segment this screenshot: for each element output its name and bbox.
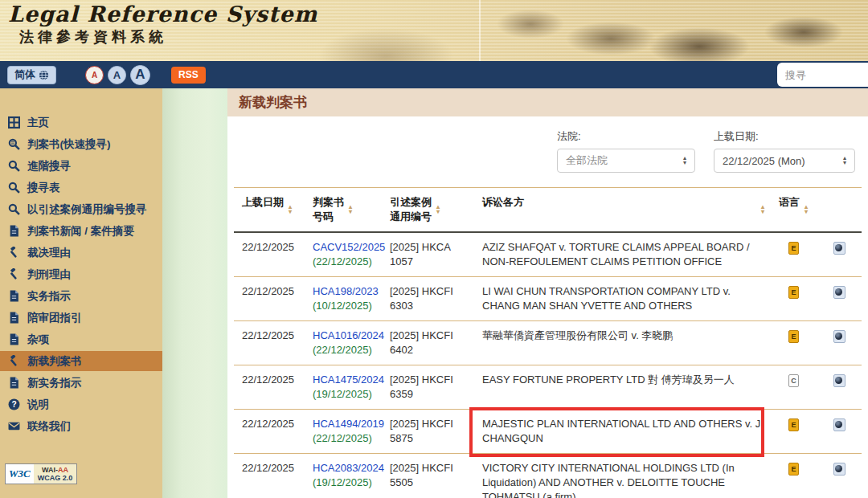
sidebar-item[interactable]: 联络我们: [0, 416, 162, 436]
case-number-link[interactable]: HCA2083/2024: [313, 461, 375, 476]
case-number-cell: HCA2083/2024(19/12/2025): [305, 454, 382, 498]
select-arrows-icon: ▴▾: [683, 156, 686, 165]
document-icon: [8, 225, 20, 237]
sidebar-item[interactable]: 搜寻表: [0, 178, 162, 198]
translation-globe-icon[interactable]: [833, 330, 845, 343]
sidebar-item[interactable]: 判案书新闻 / 案件摘要: [0, 221, 162, 241]
sidebar-item[interactable]: 新实务指示: [0, 373, 162, 393]
header-language: 语言 ▴▾: [771, 188, 815, 231]
parties-cell: 華融華僑資產管理股份有限公司 v. 李晓鹏: [474, 321, 771, 365]
parties-cell: EASY FORTUNE PROPERTY LTD 對 傅芳瑋及另一人: [474, 365, 771, 409]
gavel-icon: [8, 355, 20, 367]
case-number-link[interactable]: CACV152/2025: [313, 240, 375, 255]
sort-icon[interactable]: ▴▾: [761, 205, 764, 214]
table-body: 22/12/2025CACV152/2025(22/12/2025)[2025]…: [234, 233, 862, 498]
language-cell: E: [771, 233, 815, 276]
header-case-number: 判案书号码 ▴▾: [305, 188, 382, 231]
language-cell: E: [771, 277, 815, 320]
language-chinese-icon[interactable]: C: [788, 374, 799, 387]
search-box: [777, 63, 868, 87]
language-toggle-label: 简体: [14, 67, 35, 82]
sidebar-item[interactable]: 主页: [0, 112, 162, 133]
sidebar-item-label: 搜寻表: [27, 181, 60, 194]
wcag-labels: WAI-AA WCAG 2.0: [34, 464, 77, 484]
font-size-small-button[interactable]: A: [85, 66, 104, 84]
language-toggle-button[interactable]: 简体: [7, 66, 56, 84]
sidebar-menu: 主页判案书(快速搜寻)進階搜寻搜寻表以引述案例通用编号搜寻判案书新闻 / 案件摘…: [0, 112, 162, 436]
table-row: 22/12/2025HCA198/2023(10/12/2025)[2025] …: [234, 277, 862, 321]
translation-cell: [815, 365, 862, 409]
sort-icon[interactable]: ▴▾: [805, 205, 808, 214]
table-row: 22/12/2025HCA2083/2024(19/12/2025)[2025]…: [234, 454, 862, 498]
translation-globe-icon[interactable]: [833, 242, 845, 255]
upload-date-filter-label: 上载日期:: [714, 129, 855, 144]
upload-date-cell: 22/12/2025: [234, 410, 305, 453]
parties-cell: VICTORY CITY INTERNATIONAL HOLDINGS LTD …: [474, 454, 771, 498]
search-icon: [8, 160, 20, 172]
case-number-link[interactable]: HCA1494/2019: [313, 417, 375, 431]
w3c-logo: W3C: [6, 464, 34, 484]
language-english-icon[interactable]: E: [788, 242, 799, 255]
upload-date-select-value: 22/12/2025 (Mon): [723, 155, 805, 167]
translation-globe-icon[interactable]: [833, 374, 845, 387]
translation-cell: [815, 454, 862, 498]
case-number-link[interactable]: HCA198/2023: [313, 284, 375, 299]
translation-cell: [815, 321, 862, 365]
sidebar-item[interactable]: ?说明: [0, 394, 162, 414]
sidebar-item-label: 新实务指示: [27, 376, 82, 390]
mail-icon: [8, 420, 20, 432]
sort-icon[interactable]: ▴▾: [349, 205, 352, 214]
case-number-link[interactable]: HCA1475/2024: [313, 373, 375, 387]
sidebar-item-label: 陪审团指引: [27, 311, 82, 325]
table-row: 22/12/2025HCA1475/2024(19/12/2025)[2025]…: [234, 365, 862, 410]
select-arrows-icon: ▴▾: [843, 156, 846, 165]
font-size-large-button[interactable]: A: [130, 65, 150, 85]
language-english-icon[interactable]: E: [788, 418, 799, 431]
search-input[interactable]: [777, 69, 868, 81]
header-banner: Legal Reference System 法律參考資料系統: [0, 0, 868, 61]
sidebar-item[interactable]: 以引述案例通用编号搜寻: [0, 199, 162, 219]
language-cell: E: [771, 454, 815, 498]
parties-cell: AZIZ SHAFQAT v. TORTURE CLAIMS APPEAL BO…: [474, 233, 771, 276]
sidebar-item-label: 联络我们: [27, 419, 71, 433]
case-number-cell: HCA1016/2024(22/12/2025): [305, 321, 382, 365]
citation-cell: [2025] HKCFI 5875: [382, 410, 474, 453]
translation-globe-icon[interactable]: [833, 418, 845, 431]
sidebar-item[interactable]: 陪审团指引: [0, 308, 162, 328]
judgment-date: (22/12/2025): [313, 343, 375, 357]
upload-date-select[interactable]: 22/12/2025 (Mon) ▴▾: [714, 149, 855, 173]
translation-cell: [815, 277, 862, 320]
translation-globe-icon[interactable]: [833, 286, 845, 299]
rss-button[interactable]: RSS: [171, 67, 206, 84]
sidebar-item-label: 裁决理由: [27, 246, 71, 259]
judgment-date: (19/12/2025): [313, 387, 375, 402]
wcag-version-label: WCAG 2.0: [38, 474, 73, 482]
translation-globe-icon[interactable]: [833, 463, 845, 476]
sidebar-item-label: 判案书(快速搜寻): [27, 137, 111, 151]
font-size-medium-button[interactable]: A: [108, 66, 126, 84]
header-citation: 引述案例通用编号 ▴▾: [382, 188, 474, 231]
sidebar-item[interactable]: 進階搜寻: [0, 156, 162, 176]
sidebar-item[interactable]: 实务指示: [0, 286, 162, 306]
sidebar-item-label: 進階搜寻: [27, 159, 71, 173]
sidebar-item[interactable]: 判案书(快速搜寻): [0, 134, 162, 154]
language-english-icon[interactable]: E: [788, 330, 799, 343]
globe-icon: [39, 70, 49, 80]
wcag-compliance-badge[interactable]: W3C WAI-AA WCAG 2.0: [5, 463, 77, 484]
site-logo: Legal Reference System 法律參考資料系統: [8, 2, 317, 47]
logo-title-english: Legal Reference System: [8, 2, 317, 27]
sort-icon[interactable]: ▴▾: [436, 205, 440, 214]
sidebar-item[interactable]: 裁决理由: [0, 243, 162, 263]
wai-aa-label: WAI-AA: [38, 466, 73, 474]
language-english-icon[interactable]: E: [788, 463, 799, 476]
sort-icon[interactable]: ▴▾: [289, 205, 292, 214]
court-select[interactable]: 全部法院 ▴▾: [557, 149, 695, 173]
upload-date-cell: 22/12/2025: [234, 233, 305, 276]
sidebar-item[interactable]: 判刑理由: [0, 264, 162, 284]
language-english-icon[interactable]: E: [788, 286, 799, 299]
case-number-cell: HCA1475/2024(19/12/2025): [305, 365, 382, 409]
sidebar-item[interactable]: 杂项: [0, 329, 162, 349]
court-select-value: 全部法院: [566, 153, 608, 168]
case-number-link[interactable]: HCA1016/2024: [313, 329, 375, 343]
sidebar-item-active[interactable]: 新载判案书: [0, 351, 162, 371]
